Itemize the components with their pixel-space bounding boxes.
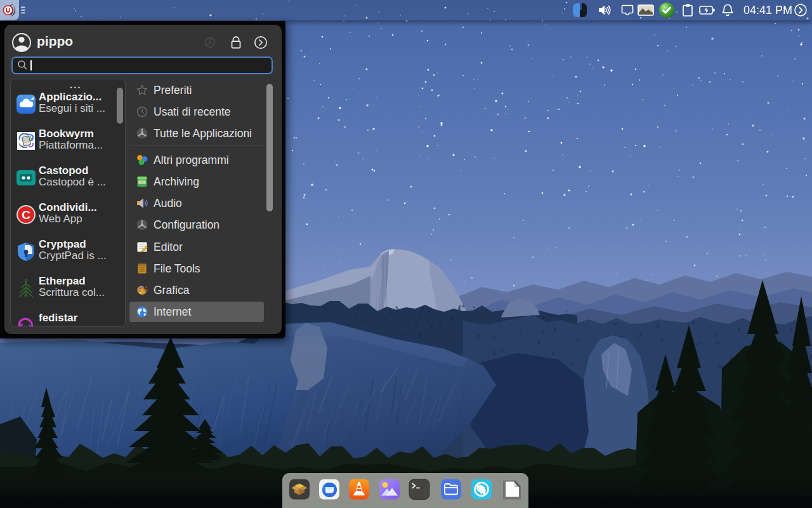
svg-text:C: C xyxy=(22,208,30,222)
